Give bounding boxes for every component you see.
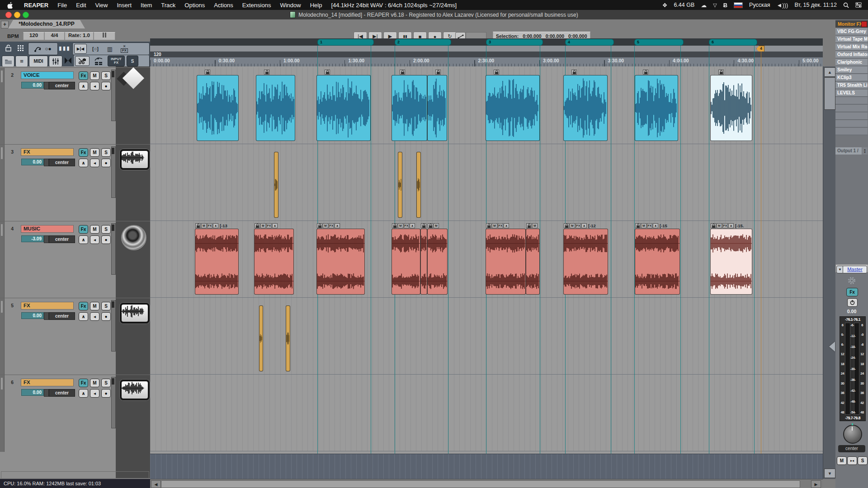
- track-mute-button[interactable]: M: [90, 302, 99, 310]
- new-project-tab-button[interactable]: +: [1, 21, 9, 28]
- region-pill[interactable]: 4: [565, 39, 614, 46]
- track-fx-button[interactable]: Fx: [79, 379, 88, 387]
- track-volume-field[interactable]: 0.00: [21, 159, 44, 165]
- column-icon[interactable]: ▥: [104, 44, 116, 53]
- input-language-flag-icon[interactable]: [734, 2, 743, 8]
- item-lock-icon[interactable]: [325, 70, 330, 75]
- track-name-field[interactable]: VOICE: [21, 71, 74, 79]
- item-fx-icon[interactable]: FX: [498, 223, 503, 228]
- music-media-item[interactable]: [710, 229, 752, 295]
- track-name-field[interactable]: FX: [21, 148, 74, 156]
- track-monitor-button[interactable]: ◂: [90, 82, 99, 90]
- track-lane-fx[interactable]: [150, 375, 823, 451]
- track-monitor-button[interactable]: ◂: [90, 159, 99, 167]
- track-mute-button[interactable]: M: [90, 225, 99, 234]
- scroll-up-icon[interactable]: ▲: [824, 67, 835, 77]
- monitor-fx-item[interactable]: LEVELS: [835, 89, 868, 97]
- item-badges[interactable]: [571, 70, 577, 75]
- voice-media-item[interactable]: [316, 75, 371, 141]
- scissors-icon[interactable]: [75, 56, 90, 66]
- item-m-icon[interactable]: M: [717, 223, 722, 228]
- item-lock-icon[interactable]: [428, 223, 433, 228]
- scroll-right-icon[interactable]: ▶: [811, 480, 821, 488]
- spotlight-icon[interactable]: [843, 2, 849, 8]
- voice-media-item[interactable]: [486, 75, 540, 141]
- item-∧-icon[interactable]: ∧: [213, 223, 218, 228]
- track-record-arm-button[interactable]: ●: [101, 235, 111, 244]
- item-lock-icon[interactable]: [494, 70, 499, 75]
- voice-media-item[interactable]: [635, 75, 678, 141]
- music-media-item[interactable]: [195, 229, 239, 295]
- item-badges[interactable]: [400, 70, 405, 75]
- solo-defeat-button[interactable]: S: [127, 56, 138, 66]
- monitor-fx-item[interactable]: Virtual Mix Rack: [835, 43, 868, 51]
- item-lock-icon[interactable]: [643, 70, 648, 75]
- track-fx-button[interactable]: Fx: [79, 148, 88, 157]
- fx-media-item[interactable]: [274, 152, 278, 218]
- track-volume-knob[interactable]: [44, 389, 49, 397]
- menu-track[interactable]: Track: [156, 2, 180, 9]
- item-fx-icon[interactable]: FX: [266, 223, 272, 228]
- item-lock-icon[interactable]: [264, 70, 269, 75]
- vertical-scrollbar[interactable]: ▲ ▼: [823, 66, 836, 479]
- marker-flag[interactable]: 4: [756, 46, 764, 52]
- item-snap-icon[interactable]: ▶|◀: [74, 44, 87, 54]
- arrange-view[interactable]: MFX∧[-13MFX∧MFX∧MFX∧MMFX∧MMFX∧[-12MFX∧[-…: [150, 66, 823, 454]
- panel-divider-handle[interactable]: [829, 342, 835, 352]
- marker-lane[interactable]: 4: [150, 46, 823, 52]
- monitor-fx-item[interactable]: TR5 Stealth Lim: [835, 82, 868, 89]
- track-record-arm-button[interactable]: ●: [101, 389, 111, 398]
- item-m-icon[interactable]: M: [641, 223, 646, 228]
- track-monitor-button[interactable]: ◂: [90, 235, 99, 244]
- rate-field[interactable]: Rate: 1.0: [65, 32, 94, 40]
- track-drag-handle[interactable]: [0, 375, 5, 452]
- monitor-fx-item[interactable]: Oxford Inflator I: [835, 51, 868, 58]
- track-volume-field[interactable]: 0.00: [21, 389, 44, 396]
- item-lock-icon[interactable]: [255, 223, 260, 228]
- monitor-fx-item[interactable]: Virtual Tape Ma: [835, 36, 868, 43]
- menu-insert[interactable]: Insert: [113, 2, 137, 9]
- item-∧-icon[interactable]: ∧: [653, 223, 658, 228]
- music-media-item[interactable]: [392, 229, 420, 295]
- monitor-fx-empty-slot[interactable]: [835, 105, 868, 112]
- track-mute-button[interactable]: M: [90, 71, 99, 80]
- item-badges[interactable]: MFX∧[-12: [564, 223, 596, 228]
- item-lock-icon[interactable]: [711, 223, 716, 228]
- item-fx-icon[interactable]: FX: [207, 223, 212, 228]
- window-zoom-button[interactable]: [23, 12, 29, 18]
- track-lane-fx[interactable]: [150, 144, 823, 221]
- item-badges[interactable]: [205, 70, 210, 75]
- track-pan-field[interactable]: center: [49, 82, 75, 89]
- voice-media-item[interactable]: [427, 75, 447, 141]
- menu-help[interactable]: Help: [306, 2, 327, 9]
- rate-slider[interactable]: [94, 32, 115, 40]
- monitor-fx-empty-slot[interactable]: [835, 97, 868, 104]
- item-badges[interactable]: [494, 70, 499, 75]
- scroll-down-icon[interactable]: ▼: [824, 469, 835, 478]
- voice-media-item[interactable]: [197, 75, 239, 141]
- track-name-field[interactable]: FX: [21, 302, 74, 310]
- track-volume-knob[interactable]: [44, 235, 49, 243]
- track-monitor-button[interactable]: ◂: [90, 389, 99, 398]
- envelope-edit-icon[interactable]: [91, 56, 106, 66]
- item-lock-icon[interactable]: [486, 223, 491, 228]
- item-badges[interactable]: MFX∧[-15.: [711, 223, 744, 228]
- master-fx-button[interactable]: Fx: [846, 288, 858, 296]
- track-volume-knob[interactable]: [44, 159, 49, 166]
- bpm-value-field[interactable]: 120: [23, 32, 44, 40]
- envelope-items-icon[interactable]: ○●: [45, 46, 52, 52]
- track-fader[interactable]: [111, 377, 116, 428]
- item-lock-icon[interactable]: [526, 223, 532, 228]
- lock-icon[interactable]: [3, 43, 14, 53]
- track-fx-button[interactable]: Fx: [79, 302, 88, 310]
- track-drag-handle[interactable]: [0, 68, 5, 145]
- volume-icon[interactable]: ◄))): [777, 2, 788, 9]
- track-monitor-button[interactable]: ◂: [90, 312, 99, 321]
- fx-media-item[interactable]: [259, 305, 263, 371]
- item-badges[interactable]: [435, 70, 441, 75]
- item-badges[interactable]: MFX∧[-15: [635, 223, 667, 228]
- tempo-lane[interactable]: 120: [150, 52, 823, 57]
- item-m-icon[interactable]: M: [201, 223, 207, 228]
- envelope-mode-icon[interactable]: [34, 46, 42, 52]
- window-minimize-button[interactable]: [14, 12, 20, 18]
